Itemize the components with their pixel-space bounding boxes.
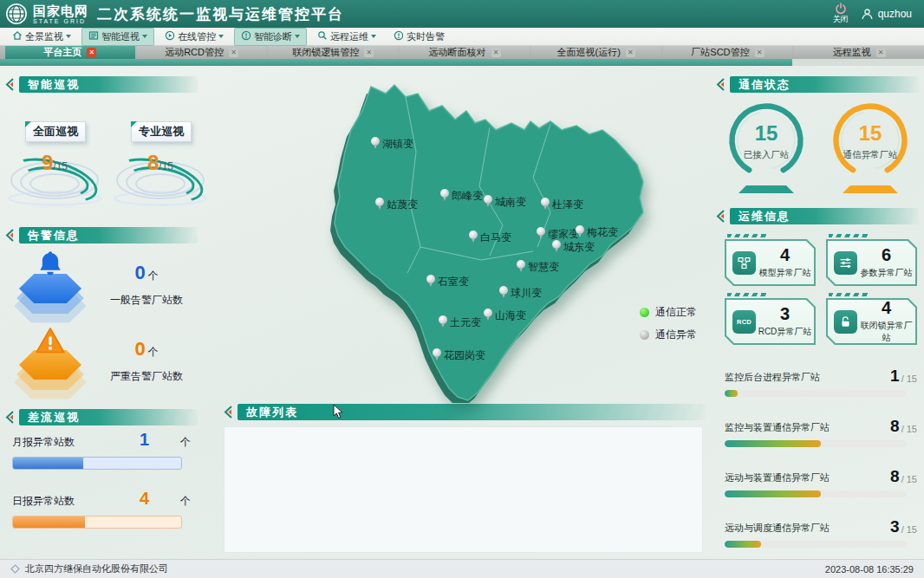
tab[interactable]: 全面巡视(运行) ✕ <box>531 46 661 59</box>
ops-card[interactable]: RCD 3 RCD异常厂站 <box>725 298 816 345</box>
collapse-arrow-icon[interactable] <box>3 228 16 243</box>
menu-item[interactable]: 在线管控 <box>158 28 231 46</box>
power-icon <box>835 3 847 15</box>
ops-card-value: 4 <box>882 298 891 317</box>
progress-label: 监控与装置通信异常厂站 <box>725 421 830 434</box>
tab-close-icon[interactable]: ✕ <box>229 48 238 57</box>
tab-bar: 平台主页 ✕ 远动RCD管控 ✕ 联闭锁逻辑管控 ✕ 远动断面核对 ✕ 全面巡视… <box>0 46 924 59</box>
menu-item[interactable]: 实时告警 <box>387 28 452 46</box>
station-name: 姑蔑变 <box>387 198 418 212</box>
section-title: 运维信息 <box>730 208 919 224</box>
station-pin[interactable]: 姑蔑变 <box>375 198 418 212</box>
station-name: 城南变 <box>495 195 526 210</box>
station-pin[interactable]: 土元变 <box>439 315 481 330</box>
collapse-arrow-icon[interactable] <box>714 77 726 92</box>
station-name: 土元变 <box>450 315 481 330</box>
diff-patrol-list: 月报异常站数 1个 日报异常站数 4个 <box>12 430 191 548</box>
comm-gauge-base <box>843 185 898 193</box>
diff-row: 日报异常站数 4个 <box>12 489 191 529</box>
station-pin[interactable]: 城东变 <box>552 240 595 255</box>
comm-gauge-base <box>739 185 794 193</box>
progress-value: 3 <box>890 518 900 535</box>
tab[interactable]: 远程监视 ✕ <box>794 46 924 59</box>
alarm-label: 严重告警厂站数 <box>94 369 199 384</box>
pin-icon <box>499 286 509 299</box>
menu-item[interactable]: 智能巡视 <box>81 28 154 46</box>
company-name: 北京四方继保自动化股份有限公司 <box>25 562 168 575</box>
diff-value: 4 <box>140 489 149 509</box>
menu-item[interactable]: 智能诊断 <box>234 28 307 46</box>
fault-list-body <box>224 426 703 553</box>
patrol-gauge-value: 9/15 <box>7 151 102 175</box>
close-session-button[interactable]: 关闭 <box>833 3 849 25</box>
station-pin[interactable]: 城南变 <box>484 195 526 210</box>
ops-card[interactable]: 4 联闭锁异常厂站 <box>826 298 917 345</box>
menu-item[interactable]: 远程运维 <box>310 28 383 46</box>
alarm-icon <box>394 30 404 42</box>
station-pin[interactable]: 石室变 <box>426 275 469 289</box>
ops-card[interactable]: 4 模型异常厂站 <box>725 239 816 286</box>
patrol-gauge-tag[interactable]: 专业巡视 <box>131 121 192 142</box>
ops-card-label: 参数异常厂站 <box>857 267 915 279</box>
smart-patrol-gauges: 全面巡视 9/15 专业巡视 8/15 <box>7 121 199 211</box>
page-title: 二次系统统一监视与运维管控平台 <box>97 4 344 24</box>
comm-gauge-label: 通信异常厂站 <box>825 149 915 161</box>
station-pin[interactable]: 山海变 <box>484 308 526 323</box>
diff-row: 月报异常站数 1个 <box>12 430 191 470</box>
station-pin[interactable]: 湖镇变 <box>371 137 413 152</box>
tab-close-icon[interactable]: ✕ <box>876 48 886 57</box>
section-smart-patrol-header: 智能巡视 <box>3 76 198 93</box>
station-name: 石室变 <box>438 275 469 289</box>
station-pin[interactable]: 杜泽变 <box>541 198 583 212</box>
chevron-down-icon <box>371 35 376 38</box>
alarm-count: 0 <box>134 262 145 283</box>
collapse-arrow-icon[interactable] <box>3 77 16 92</box>
user-icon <box>861 8 874 21</box>
tab[interactable]: 平台主页 ✕ <box>5 46 135 59</box>
station-pin[interactable]: 梅花变 <box>576 225 618 240</box>
station-name: 湖镇变 <box>382 137 413 152</box>
ops-cards: 4 模型异常厂站 6 参数异常厂站 RCD <box>725 239 917 345</box>
tab-close-icon[interactable]: ✕ <box>364 48 374 57</box>
clock: 2023-08-08 16:35:29 <box>825 564 914 575</box>
list-icon <box>88 30 99 42</box>
tab[interactable]: 远动断面核对 ✕ <box>400 46 530 59</box>
bell-icon <box>33 248 68 288</box>
collapse-arrow-icon[interactable] <box>222 405 234 419</box>
pin-icon <box>576 225 585 238</box>
station-name: 球川变 <box>511 286 542 301</box>
ops-card-label: RCD异常厂站 <box>756 326 814 338</box>
collapse-arrow-icon[interactable] <box>3 410 16 425</box>
username: quzhou <box>878 8 912 20</box>
menu-item[interactable]: 全景监视 <box>5 28 78 46</box>
pin-icon <box>371 137 381 150</box>
comm-gauge-value: 15 <box>721 121 811 146</box>
patrol-gauge-tag[interactable]: 全面巡视 <box>25 121 86 142</box>
comm-gauge-value: 15 <box>825 121 915 146</box>
legend-dot-icon <box>640 330 649 340</box>
ops-card-value: 6 <box>882 245 891 264</box>
user-menu[interactable]: quzhou <box>861 8 912 21</box>
tab-close-icon[interactable]: ✕ <box>755 48 765 57</box>
station-pin[interactable]: 郎峰变 <box>440 189 483 204</box>
station-name: 花园岗变 <box>444 348 485 363</box>
tab-close-icon[interactable]: ✕ <box>491 48 501 57</box>
tab-close-icon[interactable]: ✕ <box>87 48 96 57</box>
tab[interactable]: 联闭锁逻辑管控 ✕ <box>268 46 398 59</box>
station-pin[interactable]: 白马变 <box>469 231 511 245</box>
progress-bar <box>725 390 907 397</box>
station-pin[interactable]: 球川变 <box>499 286 542 301</box>
chevron-down-icon <box>295 35 300 38</box>
tab[interactable]: 远动RCD管控 ✕ <box>137 46 267 59</box>
progress-bar <box>725 440 907 447</box>
map-legend: 通信正常 通信异常 <box>640 305 697 350</box>
collapse-arrow-icon[interactable] <box>714 209 726 224</box>
tab[interactable]: 厂站SCD管控 ✕ <box>663 46 793 59</box>
station-name: 智慧变 <box>528 260 559 275</box>
station-pin[interactable]: 花园岗变 <box>433 348 485 363</box>
tab-close-icon[interactable]: ✕ <box>626 48 635 57</box>
ops-card[interactable]: 6 参数异常厂站 <box>826 239 917 286</box>
progress-bar <box>725 541 907 548</box>
station-pin[interactable]: 智慧变 <box>517 260 559 275</box>
legend-row: 通信异常 <box>640 328 697 342</box>
